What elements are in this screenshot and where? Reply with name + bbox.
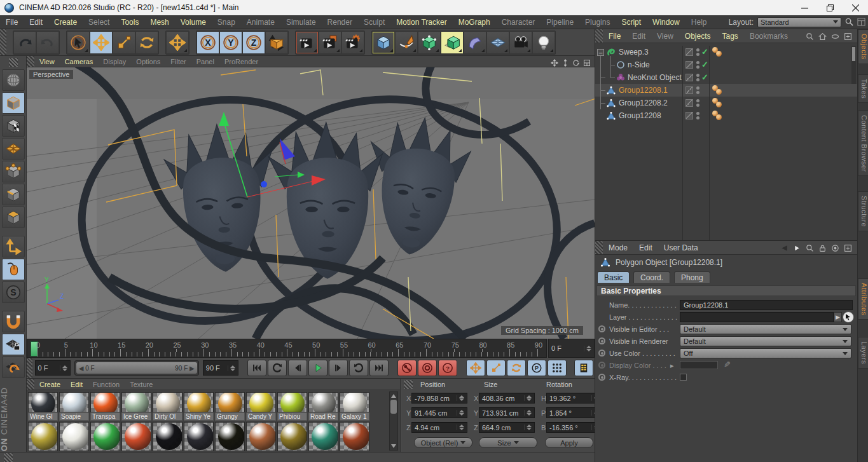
material-scrollbar[interactable] xyxy=(389,391,398,451)
material-thumbnail[interactable] xyxy=(215,392,245,412)
range-start-field[interactable]: 0 F xyxy=(35,360,71,376)
workplane-interactive-button[interactable] xyxy=(2,357,25,378)
material-thumbnail[interactable] xyxy=(184,392,214,412)
menu-sculpt[interactable]: Sculpt xyxy=(358,15,390,29)
object-name[interactable]: Group12208.2 xyxy=(619,99,668,107)
keyframe-circle-icon[interactable] xyxy=(598,374,605,381)
visibility-dots[interactable] xyxy=(696,48,699,56)
menu-file[interactable]: File xyxy=(0,15,24,29)
drag-handle[interactable] xyxy=(0,29,6,55)
material-galaxy-1[interactable]: Galaxy 1 xyxy=(340,392,369,421)
object-row-group12208-2[interactable]: Group12208.2 xyxy=(595,97,858,109)
keyframe-circle-icon[interactable] xyxy=(598,337,605,344)
nside-object-icon[interactable] xyxy=(616,60,625,69)
lock-x-button[interactable]: X xyxy=(196,31,219,54)
pen-icon[interactable]: ✎ xyxy=(724,360,731,369)
material-candy-y[interactable]: Candy Y xyxy=(246,392,276,421)
search-icon[interactable] xyxy=(806,32,814,40)
drag-handle[interactable] xyxy=(595,29,603,43)
object-name[interactable]: Group12208 xyxy=(619,111,661,120)
material-row2-8[interactable] xyxy=(277,422,307,451)
neoknot-object-icon[interactable] xyxy=(616,73,625,82)
object-manager-menu-view[interactable]: View xyxy=(651,29,679,43)
drag-handle[interactable] xyxy=(404,380,413,389)
target-icon[interactable] xyxy=(831,243,839,252)
menu-simulate[interactable]: Simulate xyxy=(280,15,322,29)
material-row2-3[interactable] xyxy=(121,422,151,451)
record-keyframe-button[interactable] xyxy=(397,360,417,376)
key-parameter-button[interactable]: P xyxy=(527,360,546,376)
panel-tab-content-browser[interactable]: Content Browser xyxy=(858,111,868,176)
render-view-button[interactable] xyxy=(296,31,319,54)
position-z-field[interactable]: 4.94 cm xyxy=(411,422,467,433)
enabled-check-icon[interactable]: ✓ xyxy=(701,47,708,57)
range-end-field[interactable]: 90 F xyxy=(203,360,238,376)
model-mode-button[interactable] xyxy=(2,92,25,114)
drag-handle[interactable] xyxy=(27,379,34,390)
key-rotation-button[interactable] xyxy=(507,360,526,376)
material-row2-5[interactable] xyxy=(184,422,214,451)
size-y-field[interactable]: 713.931 cm xyxy=(479,407,535,418)
material-thumbnail[interactable] xyxy=(28,392,58,412)
move-tool-button[interactable] xyxy=(90,31,113,54)
scale-tool-button[interactable] xyxy=(113,31,135,54)
xray-checkbox[interactable] xyxy=(680,374,687,381)
enable-axis-button[interactable] xyxy=(2,236,25,257)
menu-animate[interactable]: Animate xyxy=(241,15,280,29)
menu-edit[interactable]: Edit xyxy=(24,15,48,29)
snap-settings-button[interactable]: S xyxy=(2,282,25,303)
viewport-menu-filter[interactable]: Filter xyxy=(165,56,191,67)
menu-window[interactable]: Window xyxy=(647,15,685,29)
toggle-panels-icon[interactable] xyxy=(583,58,591,65)
rotation-b-field[interactable]: -16.356 ° xyxy=(546,422,602,433)
size-mode-dropdown[interactable]: Size xyxy=(479,437,537,448)
render-settings-button[interactable] xyxy=(341,31,364,54)
visibility-dots[interactable] xyxy=(696,112,699,119)
material-name[interactable]: Shiny Ye xyxy=(184,412,214,421)
apply-button[interactable]: Apply xyxy=(545,437,593,448)
viewport[interactable]: Y Z xyxy=(27,67,595,339)
section-header[interactable]: Basic Properties xyxy=(596,285,856,296)
visible-editor-dropdown[interactable]: Default xyxy=(680,324,851,334)
menu-mograph[interactable]: MoGraph xyxy=(453,15,496,29)
menu-help[interactable]: Help xyxy=(685,15,713,29)
key-pla-button[interactable] xyxy=(548,360,567,376)
layer-color-box[interactable] xyxy=(685,112,693,119)
material-thumbnail[interactable] xyxy=(246,422,276,451)
size-z-field[interactable]: 664.9 cm xyxy=(479,422,535,433)
visible-renderer-dropdown[interactable]: Default xyxy=(680,336,851,346)
step-back-button[interactable] xyxy=(288,360,307,376)
workplane-lock-button[interactable] xyxy=(2,334,25,355)
material-road-re[interactable]: Road Re xyxy=(308,392,338,421)
menu-volume[interactable]: Volume xyxy=(175,15,212,29)
layer-color-box[interactable] xyxy=(685,86,693,94)
menu-tools[interactable]: Tools xyxy=(115,15,144,29)
material-thumbnail[interactable] xyxy=(121,422,151,451)
material-name[interactable]: Grungy xyxy=(215,412,245,421)
menu-pipeline[interactable]: Pipeline xyxy=(541,15,579,29)
skip-start-button[interactable] xyxy=(247,360,266,376)
material-row2-6[interactable] xyxy=(215,422,245,451)
object-name[interactable]: n-Side xyxy=(628,60,650,69)
object-manager-menu-file[interactable]: File xyxy=(603,29,626,43)
material-menu-texture[interactable]: Texture xyxy=(125,379,158,390)
material-menu-create[interactable]: Create xyxy=(34,379,65,390)
skip-end-button[interactable] xyxy=(369,360,389,376)
object-manager-menu-objects[interactable]: Objects xyxy=(679,29,717,43)
panel-tab-objects[interactable]: Objects xyxy=(858,29,868,64)
layer-input[interactable] xyxy=(680,312,834,322)
material-thumbnail[interactable] xyxy=(59,392,89,412)
menu-character[interactable]: Character xyxy=(496,15,541,29)
lock-y-button[interactable]: Y xyxy=(219,31,242,54)
display-color-swatch[interactable] xyxy=(680,361,718,369)
material-thumbnail[interactable] xyxy=(308,392,338,412)
material-thumbnail[interactable] xyxy=(153,422,183,451)
texture-mode-button[interactable] xyxy=(2,115,25,137)
keyframe-circle-icon[interactable] xyxy=(598,325,605,332)
material-thumbnail[interactable] xyxy=(308,422,338,451)
add-panel-icon[interactable] xyxy=(844,243,852,252)
material-grungy[interactable]: Grungy xyxy=(215,392,245,421)
keyframe-circle-icon[interactable] xyxy=(598,350,605,357)
rotate-tool-button[interactable] xyxy=(135,31,158,54)
add-panel-icon[interactable] xyxy=(844,32,852,40)
